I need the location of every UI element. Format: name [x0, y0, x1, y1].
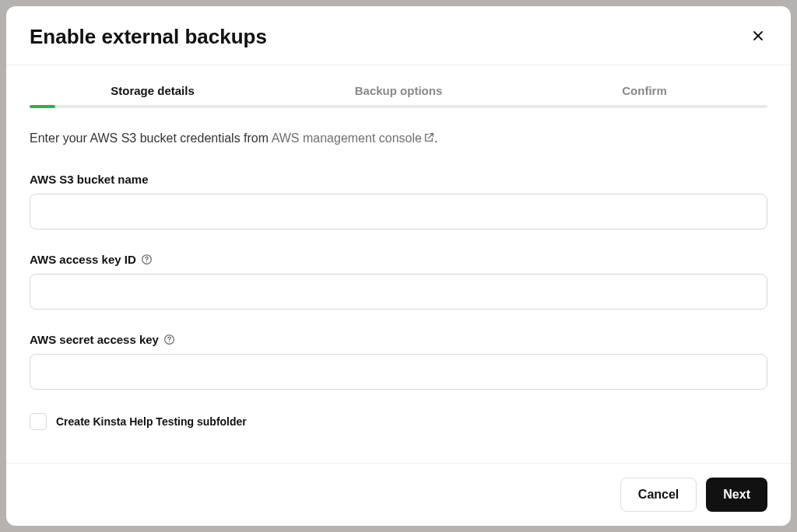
stepper: Storage details Backup options Confirm [30, 65, 767, 105]
progress-bar [30, 105, 767, 108]
access-key-id-input[interactable] [30, 274, 767, 310]
external-link-icon [423, 132, 434, 146]
enable-external-backups-modal: Enable external backups Storage details … [6, 6, 791, 526]
step-storage-details[interactable]: Storage details [30, 84, 276, 97]
modal-footer: Cancel Next [6, 463, 791, 526]
cancel-button[interactable]: Cancel [620, 478, 697, 512]
step-backup-options[interactable]: Backup options [276, 84, 521, 97]
next-button[interactable]: Next [706, 478, 767, 512]
bucket-name-input[interactable] [30, 194, 767, 229]
instruction-prefix: Enter your AWS S3 bucket credentials fro… [30, 131, 272, 145]
subfolder-checkbox[interactable] [30, 413, 47, 430]
help-icon[interactable] [141, 254, 153, 265]
close-button[interactable] [749, 26, 767, 47]
bucket-name-label: AWS S3 bucket name [30, 173, 767, 186]
svg-point-5 [169, 341, 170, 342]
modal-title: Enable external backups [30, 25, 267, 49]
secret-access-key-input[interactable] [30, 354, 767, 390]
instruction-text: Enter your AWS S3 bucket credentials fro… [30, 131, 767, 146]
field-group-access-key-id: AWS access key ID [30, 253, 767, 310]
help-icon[interactable] [163, 334, 175, 345]
step-confirm[interactable]: Confirm [521, 84, 767, 97]
secret-access-key-label: AWS secret access key [30, 333, 767, 346]
access-key-id-label: AWS access key ID [30, 253, 767, 266]
field-group-secret-access-key: AWS secret access key [30, 333, 767, 390]
close-icon [752, 30, 764, 44]
aws-console-link[interactable]: AWS management console [272, 131, 434, 145]
modal-body: Storage details Backup options Confirm E… [6, 65, 791, 463]
instruction-suffix: . [434, 131, 437, 145]
subfolder-checkbox-row: Create Kinsta Help Testing subfolder [30, 413, 767, 430]
field-group-bucket-name: AWS S3 bucket name [30, 173, 767, 229]
subfolder-checkbox-label: Create Kinsta Help Testing subfolder [56, 415, 247, 428]
progress-fill [30, 105, 55, 108]
svg-point-3 [146, 261, 147, 262]
modal-header: Enable external backups [6, 6, 791, 65]
